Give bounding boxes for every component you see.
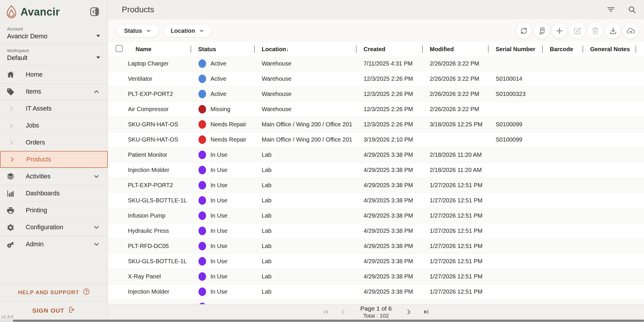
sidebar-item-dashboards[interactable]: Dashboards — [0, 185, 108, 202]
table-row[interactable]: SKU-GRN-HAT-OSNeeds RepairMain Office / … — [108, 132, 644, 147]
column-header-name[interactable]: Name — [128, 46, 191, 53]
column-header-created[interactable]: Created — [356, 46, 422, 53]
filter-icon[interactable] — [607, 5, 615, 14]
sidebar-item-orders[interactable]: Orders — [0, 134, 108, 151]
column-header-serial-number[interactable]: Serial Number — [488, 46, 542, 53]
sidebar-item-label: Dashboards — [26, 190, 60, 197]
table-row[interactable]: SKU-GRN-HAT-OSNeeds RepairMain Office / … — [108, 117, 644, 132]
filter-location-dropdown[interactable]: Location — [163, 24, 212, 37]
table-row[interactable]: VentilatorActiveWarehouse12/3/2025 2:26 … — [108, 71, 644, 87]
cell-name: Hydraulic Press — [128, 228, 191, 234]
table-row[interactable]: SKU-GLS-BOTTLE-1LIn UseLab4/29/2025 3:38… — [108, 193, 644, 208]
page-indicator: Page 1 of 6 — [360, 305, 392, 312]
select-all-checkbox[interactable] — [116, 45, 128, 54]
receipt-icon — [537, 27, 546, 35]
status-label: Needs Repair — [210, 121, 246, 128]
previous-page-button[interactable] — [339, 307, 348, 317]
page-title: Products — [122, 5, 154, 14]
first-page-button[interactable] — [321, 307, 330, 317]
sidebar-item-home[interactable]: Home — [0, 66, 108, 83]
receipt-button[interactable] — [534, 23, 549, 39]
cell-name: Patient Monitor — [128, 151, 191, 158]
table-row[interactable]: SKU-GLS-BOTTLE-1LIn UseLab4/29/2025 3:38… — [108, 254, 644, 269]
filter-label: Status — [124, 27, 142, 34]
sidebar-item-label: Printing — [26, 207, 47, 214]
edit-icon — [573, 27, 582, 35]
scrollbar-thumb[interactable] — [13, 320, 644, 322]
home-icon — [6, 70, 15, 79]
table-row[interactable]: PLT-EXP-PORT2ActiveWarehouse12/3/2025 2:… — [108, 87, 644, 102]
sidebar-item-label: Orders — [26, 139, 45, 146]
chevron-right-icon — [8, 123, 15, 129]
layers-icon — [6, 173, 15, 181]
cell-name: SKU-GLS-BOTTLE-1L — [128, 197, 191, 204]
sidebar-item-activities[interactable]: Activities — [0, 168, 108, 185]
table-row[interactable]: Injection MolderIn UseLab4/29/2025 3:38 … — [108, 163, 644, 178]
cell-created: 4/29/2025 3:38 PM — [356, 273, 422, 280]
cell-location: Warehouse — [254, 106, 356, 113]
column-header-status[interactable]: Status — [191, 46, 254, 53]
column-header-general-notes[interactable]: General Notes — [583, 46, 636, 53]
delete-button[interactable] — [587, 23, 603, 39]
cell-name: SKU-GLS-BOTTLE-1L — [128, 258, 191, 265]
account-selector[interactable]: Account Avancir Demo — [0, 23, 108, 44]
status-label: Active — [210, 75, 226, 82]
column-header-location[interactable]: Location↓ — [254, 46, 356, 53]
status-dot-icon — [198, 272, 206, 281]
sidebar-item-products[interactable]: Products — [0, 151, 108, 168]
workspace-selector[interactable]: Workspace Default — [0, 44, 108, 66]
cloud-upload-button[interactable] — [623, 23, 639, 39]
status-label: Active — [210, 60, 226, 67]
cell-modified: 2/18/2026 11:20 AM — [422, 151, 488, 158]
cell-created: 12/3/2025 2:26 PM — [356, 106, 422, 113]
table-row[interactable]: In Use — [108, 299, 644, 304]
cell-modified: 1/27/2026 12:51 PM — [422, 258, 488, 265]
sidebar-item-printing[interactable]: Printing — [0, 202, 108, 219]
table-row[interactable]: Patient MonitorIn UseLab4/29/2025 3:38 P… — [108, 147, 644, 163]
edit-button[interactable] — [569, 23, 585, 39]
checkbox-icon[interactable] — [116, 45, 123, 52]
table-row[interactable]: Laptop ChargerActiveWarehouse7/11/2025 4… — [108, 56, 644, 71]
search-icon[interactable] — [628, 5, 636, 14]
table-row[interactable]: Hydraulic PressIn UseLab4/29/2025 3:38 P… — [108, 223, 644, 239]
table-row[interactable]: PLT-RFD-DC05In UseLab4/29/2025 3:38 PM1/… — [108, 239, 644, 254]
app-logo-text: Avancir — [20, 6, 60, 18]
table-row[interactable]: X-Ray PanelIn UseLab4/29/2025 3:38 PM1/2… — [108, 269, 644, 284]
column-header-barcode[interactable]: Barcode — [542, 46, 583, 53]
sidebar-item-jobs[interactable]: Jobs — [0, 117, 108, 134]
cell-created: 4/29/2025 3:38 PM — [356, 288, 422, 295]
cell-modified: 1/27/2026 12:51 PM — [422, 243, 488, 249]
sidebar-collapse-button[interactable] — [88, 6, 101, 18]
account-value: Avancir Demo — [7, 32, 101, 40]
cell-name: PLT-EXP-PORT2 — [128, 182, 191, 189]
column-header-modified[interactable]: Modified — [422, 46, 488, 53]
chevron-down-icon — [96, 33, 100, 38]
sidebar-item-items[interactable]: Items — [0, 83, 108, 100]
next-page-button[interactable] — [404, 307, 413, 317]
horizontal-scrollbar[interactable] — [0, 319, 644, 322]
pagination-bar: Page 1 of 6 Total : 102 — [108, 304, 644, 319]
status-dot-icon — [198, 257, 206, 266]
sidebar-item-admin[interactable]: Admin — [0, 236, 108, 253]
cell-location: Lab — [254, 197, 356, 204]
status-dot-icon — [198, 90, 206, 98]
download-button[interactable] — [605, 23, 621, 39]
pagination-status: Page 1 of 6 Total : 102 — [360, 305, 392, 319]
sidebar-item-configuration[interactable]: Configuration — [0, 219, 108, 236]
add-button[interactable] — [551, 23, 567, 39]
last-page-button[interactable] — [422, 307, 431, 317]
cell-created: 4/29/2025 3:38 PM — [356, 151, 422, 158]
status-dot-icon — [198, 166, 206, 174]
table-row[interactable]: Injection MolderIn UseLab4/29/2025 3:38 … — [108, 284, 644, 299]
filter-status-dropdown[interactable]: Status — [117, 24, 159, 37]
table-row[interactable]: Infusion PumpIn UseLab4/29/2025 3:38 PM1… — [108, 208, 644, 223]
status-dot-icon — [198, 287, 206, 296]
refresh-button[interactable] — [516, 23, 532, 39]
cell-status: In Use — [191, 166, 254, 174]
sidebar-item-it-assets[interactable]: IT Assets — [0, 100, 108, 117]
table-row[interactable]: PLT-EXP-PORT2In UseLab4/29/2025 3:38 PM1… — [108, 178, 644, 193]
help-and-support-link[interactable]: HELP AND SUPPORT — [0, 283, 108, 301]
sign-out-button[interactable]: SIGN OUT — [0, 301, 108, 319]
cell-location: Warehouse — [254, 60, 356, 67]
table-row[interactable]: Air CompressorMissingWarehouse12/3/2025 … — [108, 102, 644, 117]
